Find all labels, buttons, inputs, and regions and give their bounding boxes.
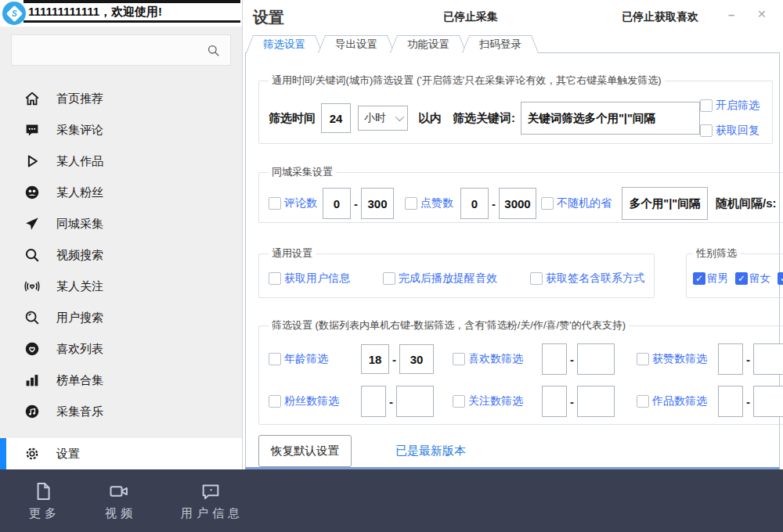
tab-content-panel: 通用时间/关键词(城市)筛选设置 ('开启筛选'只在采集评论有效，其它右键菜单触… — [245, 52, 780, 469]
praise-filter-max-input[interactable] — [753, 343, 783, 375]
page-title: 设置 — [253, 7, 284, 28]
keep-female-checkbox[interactable] — [735, 272, 748, 285]
fans-filter-max-input[interactable] — [396, 386, 434, 417]
follow-filter-min-input[interactable] — [542, 386, 567, 417]
time-unit-select[interactable]: 小时 — [358, 106, 408, 131]
age-filter-checkbox[interactable] — [269, 353, 281, 365]
sidebar-item-video-search[interactable]: 视频搜索 — [0, 239, 242, 271]
heart-circle-icon — [23, 340, 41, 358]
sidebar-item-label: 设置 — [56, 447, 80, 462]
close-button[interactable]: ✕ — [757, 8, 767, 20]
sidebar-item-collect-comments[interactable]: 采集评论 — [0, 114, 242, 146]
latest-version-link[interactable]: 已是最新版本 — [395, 444, 466, 458]
comment-count-checkbox[interactable] — [269, 197, 281, 210]
play-icon — [23, 153, 41, 170]
age-max-input[interactable] — [399, 344, 434, 374]
like-count-filter-checkbox[interactable] — [453, 353, 465, 365]
music-note-icon — [23, 403, 41, 420]
restore-defaults-button[interactable]: 恢复默认设置 — [258, 435, 352, 467]
welcome-text: 111111111111，欢迎使用! — [28, 5, 162, 20]
get-user-info-checkbox[interactable] — [269, 272, 281, 285]
sidebar-item-label: 采集音乐 — [56, 404, 103, 419]
like-count-checkbox[interactable] — [405, 197, 417, 210]
enable-filter-checkbox[interactable] — [700, 99, 713, 112]
play-sound-checkbox[interactable] — [383, 272, 395, 285]
follow-count-filter-checkbox[interactable] — [453, 395, 465, 408]
filter-keyword-input[interactable] — [521, 102, 700, 135]
sidebar-item-label: 首页推荐 — [56, 92, 103, 106]
like-max-input[interactable] — [499, 188, 536, 219]
sidebar-item-home-recommend[interactable]: 首页推荐 — [0, 83, 242, 114]
sidebar-item-user-works[interactable]: 某人作品 — [0, 146, 242, 177]
sidebar-item-user-follows[interactable]: 某人关注 — [0, 271, 242, 302]
sidebar-item-label: 同城采集 — [56, 217, 103, 232]
sidebar-item-label: 视频搜索 — [56, 248, 103, 263]
works-filter-max-input[interactable] — [753, 386, 783, 417]
app-window: S 111111111111，欢迎使用! 首页推荐 采集评论 — [0, 0, 783, 532]
get-reply-checkbox[interactable] — [700, 124, 713, 137]
praise-filter-min-input[interactable] — [718, 343, 743, 375]
sidebar-item-collect-music[interactable]: 采集音乐 — [0, 396, 242, 427]
general-settings-group: 通用设置 获取用户信息 完成后播放提醒音效 获取签名含联系方式 — [258, 246, 655, 298]
sidebar: S 111111111111，欢迎使用! 首页推荐 采集评论 — [0, 0, 243, 469]
app-logo: S — [2, 2, 26, 25]
province-list-input[interactable] — [622, 187, 708, 220]
enable-filter-label: 开启筛选 — [716, 99, 760, 113]
comment-count-label: 评论数 — [284, 196, 317, 210]
filter-time-input[interactable] — [321, 103, 351, 133]
sidebar-item-label: 某人关注 — [56, 279, 103, 294]
welcome-header: S 111111111111，欢迎使用! — [0, 0, 242, 27]
time-keyword-filter-group: 通用时间/关键词(城市)筛选设置 ('开启筛选'只在采集评论有效，其它右键菜单触… — [258, 74, 773, 144]
tab-export-settings[interactable]: 导出设置 — [318, 35, 395, 53]
sidebar-menu: 首页推荐 采集评论 某人作品 某人粉丝 — [0, 66, 242, 427]
search-icon — [206, 43, 221, 58]
sidebar-item-label: 榜单合集 — [56, 373, 103, 388]
tab-function-settings[interactable]: 功能设置 — [390, 35, 467, 53]
city-collect-group: 同城采集设置 评论数 - 点赞数 - 不随机的省 随机间隔/s: — [258, 165, 783, 223]
works-filter-min-input[interactable] — [718, 386, 743, 417]
comment-max-input[interactable] — [361, 188, 394, 219]
within-label: 以内 — [418, 111, 442, 126]
settings-tabbar: 筛选设置 导出设置 功能设置 扫码登录 — [246, 35, 534, 53]
keep-male-checkbox[interactable] — [693, 272, 705, 285]
comment-min-input[interactable] — [323, 188, 351, 219]
sidebar-item-settings[interactable]: 设置 — [0, 438, 242, 469]
gender-filter-group: 性别筛选 留男 留女 其它 — [686, 246, 783, 298]
minimize-button[interactable]: – — [728, 8, 734, 21]
group-legend: 通用设置 — [269, 246, 316, 261]
broadcast-heart-icon — [23, 278, 41, 295]
file-icon — [32, 480, 54, 502]
sidebar-item-label: 采集评论 — [56, 123, 103, 138]
follow-filter-max-input[interactable] — [577, 386, 615, 417]
fans-filter-min-input[interactable] — [361, 386, 386, 417]
works-count-filter-checkbox[interactable] — [637, 395, 649, 408]
bottom-item-video[interactable]: 视频 — [101, 480, 136, 521]
signature-contact-checkbox[interactable] — [530, 272, 543, 285]
sidebar-item-user-search[interactable]: 用户搜索 — [0, 302, 242, 333]
sidebar-item-like-list[interactable]: 喜欢列表 — [0, 333, 242, 365]
likes-status-text: 已停止获取喜欢 — [622, 10, 698, 24]
like-min-input[interactable] — [460, 188, 489, 219]
gem-icon: S — [5, 5, 22, 21]
like-filter-max-input[interactable] — [577, 343, 615, 375]
filter-keyword-label: 筛选关键词: — [453, 111, 515, 126]
fans-count-filter-checkbox[interactable] — [269, 395, 281, 408]
age-min-input[interactable] — [361, 344, 389, 374]
fixed-province-checkbox[interactable] — [541, 197, 554, 210]
random-interval-label: 随机间隔/s: — [716, 196, 777, 211]
tab-filter-settings[interactable]: 筛选设置 — [246, 35, 323, 53]
sidebar-item-user-fans[interactable]: 某人粉丝 — [0, 177, 242, 208]
user-search-icon — [23, 309, 41, 326]
sidebar-item-rank-collection[interactable]: 榜单合集 — [0, 365, 242, 396]
bottom-item-more[interactable]: 更多 — [25, 480, 60, 521]
bottom-item-user-info[interactable]: 用户信息 — [177, 480, 244, 521]
location-arrow-icon — [23, 215, 41, 232]
sidebar-item-city-collect[interactable]: 同城采集 — [0, 208, 242, 239]
praise-count-filter-checkbox[interactable] — [637, 353, 649, 365]
sidebar-search-input[interactable] — [11, 34, 231, 66]
data-filter-group: 筛选设置 (数据列表内单机右键-数据筛选，含有'筛选粉/关/作/喜/赞'的代表支… — [258, 318, 783, 425]
like-filter-min-input[interactable] — [542, 343, 567, 375]
tab-scan-login[interactable]: 扫码登录 — [462, 35, 539, 53]
keep-other-checkbox[interactable] — [778, 272, 783, 285]
group-legend: 通用时间/关键词(城市)筛选设置 ('开启筛选'只在采集评论有效，其它右键菜单触… — [269, 74, 665, 88]
